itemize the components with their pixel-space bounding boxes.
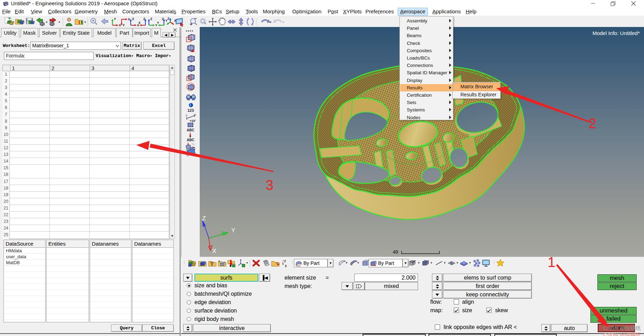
svg-text:i: i: [190, 103, 191, 107]
svg-text:0: 0: [186, 114, 187, 117]
svg-text:Z: Z: [162, 17, 164, 21]
svg-text:Z: Z: [167, 17, 170, 20]
svg-text:ABC: ABC: [187, 128, 194, 132]
svg-text:+10': +10': [190, 119, 196, 123]
svg-text:X: X: [138, 21, 141, 25]
svg-text:Z: Z: [202, 215, 206, 222]
svg-text:Y: Y: [157, 21, 159, 25]
svg-text:Y: Y: [231, 227, 235, 234]
svg-text:1: 1: [282, 262, 284, 265]
svg-text:Z: Z: [143, 17, 145, 21]
svg-text:Y: Y: [114, 17, 116, 21]
svg-text:t: t: [219, 260, 220, 263]
svg-text:Y: Y: [123, 23, 125, 27]
svg-text:Y: Y: [165, 19, 167, 22]
svg-text:Z: Z: [132, 17, 134, 21]
svg-text:1: 1: [194, 113, 196, 116]
svg-text:ABC: ABC: [187, 138, 194, 142]
svg-text:2: 2: [284, 259, 286, 263]
svg-text:123: 123: [187, 108, 194, 112]
svg-text:X: X: [212, 248, 216, 254]
svg-text:Z: Z: [150, 17, 152, 21]
